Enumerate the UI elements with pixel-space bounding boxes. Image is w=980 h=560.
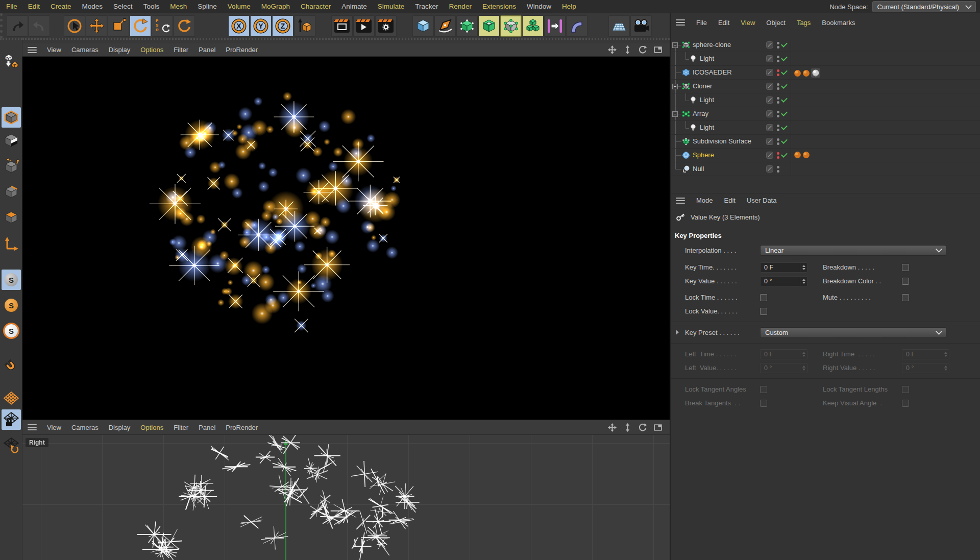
point-mode-button[interactable] [2, 156, 21, 176]
viewport-solo-hierarchy-button[interactable]: S [2, 321, 21, 341]
enable-check-icon[interactable] [781, 55, 788, 61]
key-value-input[interactable]: 0 ° [760, 276, 807, 286]
spinner-arrows-icon[interactable] [800, 263, 807, 272]
menu-mesh[interactable]: Mesh [170, 3, 187, 10]
collapse-toggle[interactable] [672, 111, 678, 117]
object-name[interactable]: Array [693, 110, 708, 117]
layer-toggle-icon[interactable] [766, 152, 773, 161]
redo-button[interactable] [29, 15, 50, 37]
render-settings-button[interactable] [375, 15, 397, 37]
rotate-view-icon[interactable] [639, 423, 647, 432]
vp2-menu-options[interactable]: Options [140, 424, 163, 431]
key-preset-select[interactable]: Custom [760, 327, 946, 338]
undo-button[interactable] [7, 15, 28, 37]
edge-mode-button[interactable] [2, 182, 21, 202]
layer-toggle-icon[interactable] [766, 138, 773, 147]
object-row-array-5[interactable]: Array [671, 107, 980, 121]
visibility-dots[interactable] [777, 111, 779, 117]
enable-check-icon[interactable] [781, 151, 788, 158]
vp2-menu-display[interactable]: Display [109, 424, 131, 431]
object-manager-menu-icon[interactable] [676, 19, 685, 26]
lock-y-axis-button[interactable]: Y [250, 15, 272, 37]
visibility-dots[interactable] [777, 152, 779, 159]
lock-z-axis-button[interactable]: Z [272, 15, 293, 37]
enable-check-icon[interactable] [781, 110, 788, 116]
layer-toggle-icon[interactable] [766, 41, 773, 51]
enable-check-icon[interactable] [781, 137, 788, 144]
object-name[interactable]: ICOSAEDER [693, 68, 732, 76]
add-cube-primitive-button[interactable] [412, 15, 434, 37]
menu-simulate[interactable]: Simulate [378, 3, 405, 10]
move-tool-button[interactable] [86, 15, 107, 37]
vp1-menu-prorender[interactable]: ProRender [226, 46, 258, 54]
rotate-tool-button[interactable] [130, 15, 151, 37]
object-name[interactable]: Cloner [693, 82, 712, 90]
vp1-menu-display[interactable]: Display [109, 46, 131, 54]
object-row-sphere-8[interactable]: Sphere [671, 149, 980, 162]
breakdown-checkbox[interactable] [902, 264, 909, 271]
attribute-manager-menu-icon[interactable] [676, 198, 685, 204]
menu-render[interactable]: Render [449, 3, 472, 10]
viewport-solo-single-button[interactable]: S [2, 295, 21, 315]
lock-value-checkbox[interactable] [760, 308, 767, 315]
visibility-dots[interactable] [777, 83, 779, 90]
object-row-light-1[interactable]: Light [671, 52, 980, 66]
array-generator-button[interactable] [522, 15, 544, 37]
object-row-sphere-clone-0[interactable]: sphere-clone [671, 38, 980, 52]
mute-checkbox[interactable] [902, 294, 909, 301]
phong-tag-icon[interactable] [802, 69, 810, 77]
object-row-light-6[interactable]: Light [671, 121, 980, 135]
menu-extensions[interactable]: Extensions [482, 3, 516, 10]
am-menu-user-data[interactable]: User Data [747, 197, 777, 204]
right-viewport[interactable]: Right [22, 435, 670, 560]
vp1-menu-filter[interactable]: Filter [174, 46, 188, 54]
toggle-view-icon[interactable] [654, 423, 663, 432]
expand-arrow-icon[interactable] [676, 330, 679, 335]
layer-toggle-icon[interactable] [766, 69, 773, 78]
boole-generator-button[interactable] [478, 15, 500, 37]
subdivision-surface-generator-button[interactable] [456, 15, 478, 37]
phong-tag-icon[interactable] [794, 69, 801, 77]
enable-check-icon[interactable] [781, 82, 788, 89]
camera-object-button[interactable] [630, 15, 652, 37]
layer-toggle-icon[interactable] [766, 165, 773, 175]
rotate-secondary-button[interactable] [174, 15, 195, 37]
vp1-menu-view[interactable]: View [47, 46, 61, 54]
lock-workplane-button[interactable] [2, 409, 21, 430]
menu-create[interactable]: Create [51, 3, 71, 10]
object-row-icosaeder-2[interactable]: ICOSAEDER [671, 66, 980, 80]
workplane-mode-button[interactable] [2, 435, 21, 455]
am-menu-mode[interactable]: Mode [696, 197, 713, 204]
menu-character[interactable]: Character [301, 3, 331, 10]
visibility-dots[interactable] [777, 138, 779, 145]
lock-time-checkbox[interactable] [760, 294, 767, 301]
live-selection-button[interactable] [64, 15, 85, 37]
dolly-view-icon[interactable] [623, 423, 632, 432]
menu-volume[interactable]: Volume [228, 3, 251, 10]
floor-object-button[interactable] [608, 15, 630, 37]
object-row-null-9[interactable]: Null [671, 162, 980, 176]
tracer-object-button[interactable] [544, 15, 566, 37]
enable-check-icon[interactable] [781, 124, 788, 130]
scale-tool-button[interactable] [108, 15, 129, 37]
collapse-toggle[interactable] [672, 42, 678, 48]
quantize-grid-button[interactable] [2, 388, 21, 408]
viewport-menu-icon[interactable] [28, 424, 37, 430]
psr-tool-button[interactable]: P S R [152, 15, 173, 37]
vp2-menu-panel[interactable]: Panel [199, 424, 215, 431]
vp1-menu-panel[interactable]: Panel [199, 46, 215, 54]
visibility-dots[interactable] [777, 125, 779, 131]
object-row-cloner-3[interactable]: Cloner [671, 80, 980, 93]
layer-toggle-icon[interactable] [766, 55, 773, 64]
om-menu-bookmarks[interactable]: Bookmarks [822, 19, 855, 27]
viewport-menu-icon[interactable] [28, 47, 37, 53]
model-mode-button[interactable] [2, 107, 21, 128]
texture-mode-button[interactable] [2, 130, 21, 151]
enable-check-icon[interactable] [781, 41, 788, 47]
om-menu-edit[interactable]: Edit [718, 19, 729, 27]
collapse-toggle[interactable] [672, 84, 678, 89]
node-space-select[interactable]: Current (Standard/Physical) [872, 1, 976, 12]
vp1-menu-cameras[interactable]: Cameras [71, 46, 99, 54]
vp1-menu-options[interactable]: Options [140, 46, 163, 54]
visibility-dots[interactable] [777, 166, 779, 173]
